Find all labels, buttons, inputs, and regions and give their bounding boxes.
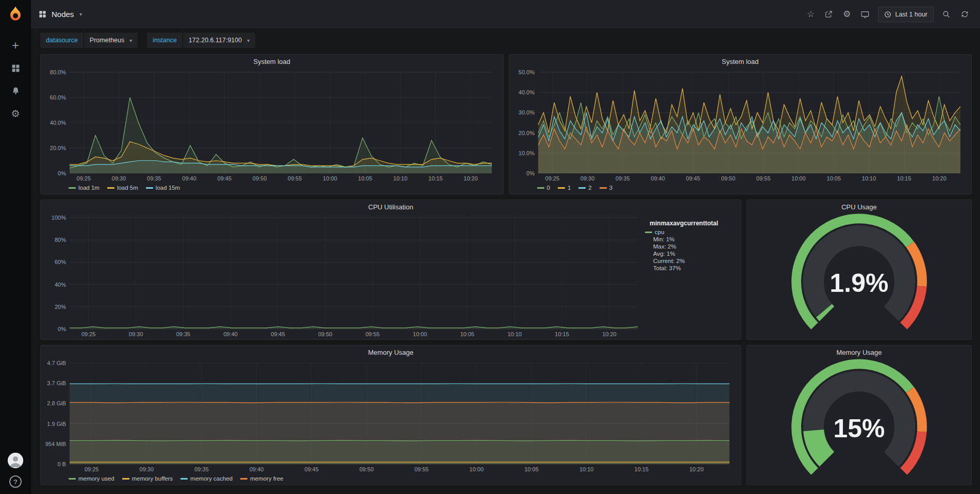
legend-item[interactable]: 1	[558, 185, 571, 191]
svg-text:09:25: 09:25	[77, 175, 91, 182]
series-swatch	[578, 187, 586, 189]
settings-gear-icon[interactable]: ⚙	[841, 7, 852, 21]
instance-picker[interactable]: 172.20.6.117:9100 ▾	[182, 32, 255, 48]
dashboard-grid-icon	[38, 10, 47, 19]
series-name: cpu	[655, 229, 665, 235]
legend-item[interactable]: load 15m	[146, 185, 180, 191]
svg-text:09:30: 09:30	[580, 175, 594, 182]
create-plus-icon[interactable]: +	[6, 37, 25, 54]
series-swatch	[180, 478, 188, 480]
svg-text:10:05: 10:05	[826, 175, 841, 182]
series-label: 3	[609, 185, 612, 191]
panel-title[interactable]: CPU Utilisation	[41, 200, 741, 213]
svg-text:40%: 40%	[55, 282, 66, 288]
help-question-icon[interactable]: ?	[9, 475, 22, 488]
legend-item[interactable]: memory used	[69, 475, 114, 482]
panel-memory-usage-gauge: Memory Usage 15%	[746, 345, 972, 485]
star-icon[interactable]: ☆	[805, 7, 816, 21]
datasource-picker[interactable]: Prometheus ▾	[84, 32, 138, 48]
panel-title[interactable]: System load	[509, 55, 972, 68]
legend-item[interactable]: load 1m	[69, 185, 99, 191]
series-stat: Total: 37%	[645, 265, 734, 271]
svg-text:1.9 GiB: 1.9 GiB	[47, 421, 66, 427]
svg-text:09:55: 09:55	[756, 175, 771, 182]
svg-text:09:25: 09:25	[81, 331, 96, 337]
panel-title-text: Memory Usage	[836, 349, 882, 356]
svg-text:10:00: 10:00	[413, 331, 427, 337]
time-range-label: Last 1 hour	[895, 11, 927, 18]
alerting-bell-icon[interactable]	[6, 82, 25, 100]
series-label: 0	[547, 185, 550, 191]
svg-text:09:50: 09:50	[359, 466, 374, 472]
svg-text:954 MiB: 954 MiB	[45, 441, 66, 447]
user-avatar-icon[interactable]	[8, 453, 23, 468]
refresh-icon[interactable]	[959, 8, 971, 20]
system-load-cores-graph[interactable]: 0%10.0%20.0%30.0%40.0%50.0%09:2509:3009:…	[511, 68, 968, 183]
legend-item[interactable]: 2	[578, 185, 591, 191]
legend-table-header[interactable]: minmaxavgcurrenttotal	[645, 220, 734, 227]
chevron-down-icon: ▾	[129, 38, 132, 43]
svg-text:0 B: 0 B	[57, 461, 66, 467]
svg-text:09:45: 09:45	[686, 175, 700, 182]
svg-text:10:15: 10:15	[897, 175, 911, 182]
svg-text:80.0%: 80.0%	[50, 69, 66, 75]
svg-text:60.0%: 60.0%	[50, 94, 66, 101]
svg-text:80%: 80%	[55, 237, 66, 243]
share-icon[interactable]	[823, 8, 835, 20]
system-load-graph[interactable]: 0%20.0%40.0%60.0%80.0%09:2509:3009:3509:…	[43, 68, 499, 183]
cpu-usage-gauge: 1.9%	[747, 213, 971, 339]
legend-item-cpu[interactable]: cpu	[645, 229, 734, 235]
series-label: load 15m	[156, 185, 180, 191]
svg-text:40.0%: 40.0%	[518, 89, 534, 95]
series-stat: Max: 2%	[645, 243, 734, 250]
svg-text:10:10: 10:10	[507, 331, 522, 337]
svg-text:09:50: 09:50	[721, 175, 735, 182]
legend-item[interactable]: load 5m	[107, 185, 138, 191]
series-label: memory free	[250, 475, 284, 482]
dashboards-grid-icon[interactable]	[6, 59, 25, 77]
dashboard-title[interactable]: Nodes	[52, 10, 74, 19]
panel-title[interactable]: System load	[41, 55, 503, 68]
grafana-flame-icon	[7, 6, 24, 23]
svg-text:10:15: 10:15	[428, 175, 443, 182]
chevron-down-icon[interactable]: ▾	[79, 11, 82, 17]
series-swatch	[122, 478, 129, 480]
series-stat: Current: 2%	[645, 258, 734, 264]
time-range-picker[interactable]: Last 1 hour	[878, 7, 934, 22]
svg-text:09:25: 09:25	[545, 175, 559, 182]
svg-text:40.0%: 40.0%	[50, 120, 66, 126]
svg-text:09:30: 09:30	[129, 331, 143, 337]
svg-text:09:35: 09:35	[194, 466, 209, 472]
legend-item[interactable]: 3	[600, 185, 612, 191]
legend-item[interactable]: memory free	[240, 475, 284, 482]
svg-text:09:30: 09:30	[140, 466, 154, 472]
svg-text:09:40: 09:40	[250, 466, 264, 472]
series-label: memory used	[78, 475, 114, 482]
search-icon[interactable]	[940, 8, 952, 20]
variable-label: datasource	[40, 32, 84, 48]
svg-text:09:30: 09:30	[112, 175, 126, 182]
svg-text:10:10: 10:10	[861, 175, 876, 182]
svg-text:09:35: 09:35	[616, 175, 630, 182]
tv-cycle-icon[interactable]	[859, 8, 871, 21]
svg-text:3.7 GiB: 3.7 GiB	[47, 380, 66, 386]
panel-title[interactable]: Memory Usage	[747, 345, 971, 359]
legend-item[interactable]: memory cached	[180, 475, 232, 482]
cpu-utilisation-graph[interactable]: 0%20%40%60%80%100%09:2509:3009:3509:4009…	[43, 213, 645, 338]
legend-item[interactable]: memory buffers	[122, 475, 173, 482]
panel-title[interactable]: Memory Usage	[41, 345, 741, 359]
grafana-logo[interactable]	[0, 0, 31, 28]
configuration-gear-icon[interactable]: ⚙	[6, 105, 25, 122]
svg-text:09:55: 09:55	[366, 331, 380, 337]
panel-title[interactable]: CPU Usage	[747, 200, 971, 213]
sidebar: + ⚙ ?	[0, 0, 31, 494]
memory-usage-graph[interactable]: 0 B954 MiB1.9 GiB2.8 GiB3.7 GiB4.7 GiB09…	[43, 359, 737, 473]
variable-instance: instance 172.20.6.117:9100 ▾	[147, 32, 255, 48]
svg-text:09:55: 09:55	[288, 175, 302, 182]
svg-text:10:05: 10:05	[524, 466, 539, 472]
navbar: Nodes ▾ ☆ ⚙ Last 1 hour	[31, 0, 980, 28]
series-swatch	[645, 232, 652, 233]
legend-item[interactable]: 0	[537, 185, 550, 191]
svg-text:10:20: 10:20	[932, 175, 946, 182]
svg-text:09:45: 09:45	[271, 331, 285, 337]
